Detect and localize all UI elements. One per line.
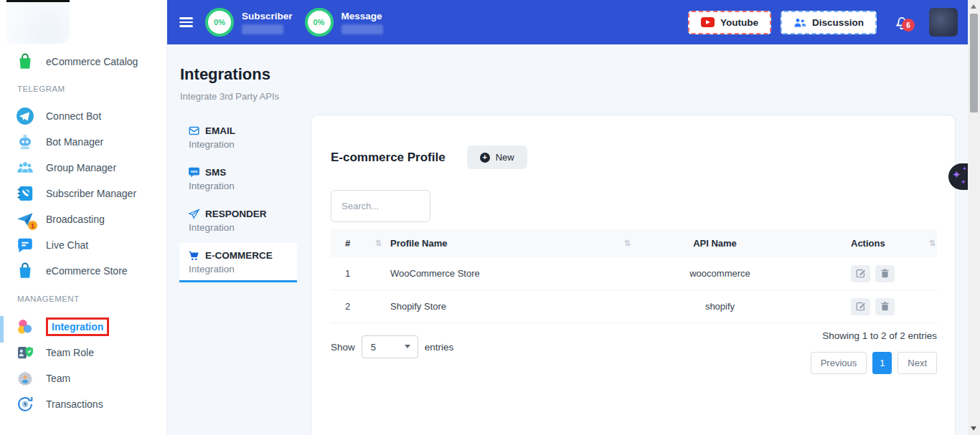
- row-number: 1: [331, 268, 383, 279]
- sidebar-item-bot-manager[interactable]: Bot Manager: [0, 129, 166, 155]
- table-header-row: # ⇅ Profile Name ⇅ API Name Actions ⇅: [331, 229, 937, 257]
- profile-name: Shopify Store: [383, 301, 632, 312]
- sidebar-item-team-role[interactable]: Team Role: [0, 340, 166, 365]
- subnav-ecommerce-integration[interactable]: E-COMMERCE Integration: [179, 243, 297, 282]
- sort-icon: ⇅: [929, 239, 936, 248]
- transactions-history-icon: [16, 395, 34, 414]
- app-logo: [6, 2, 70, 44]
- subnav-email-integration[interactable]: EMAIL Integration: [179, 118, 297, 156]
- integration-circles-icon: [16, 317, 34, 336]
- table-row: 2 Shopify Store shopify: [331, 290, 937, 323]
- integration-subnav: EMAIL Integration SMS SMS Integration RE…: [179, 118, 297, 287]
- current-page-button[interactable]: 1: [872, 352, 892, 374]
- scrollbar-thumb[interactable]: [970, 14, 978, 113]
- sidebar-item-label: eCommerce Store: [46, 265, 128, 277]
- sidebar-item-label: Connect Bot: [46, 110, 101, 122]
- row-number: 2: [331, 301, 383, 312]
- page-size-group: Show 5 entries: [331, 335, 453, 358]
- sidebar-section-telegram: TELEGRAM: [0, 75, 166, 103]
- broadcast-count-badge: 1: [28, 221, 37, 230]
- profile-name: WooCommerce Store: [383, 268, 632, 279]
- edit-button[interactable]: [851, 298, 870, 315]
- sparkle-icon: ✦: [952, 168, 961, 181]
- sidebar-item-label: eCommerce Catalog: [46, 56, 138, 67]
- group-users-icon: [16, 158, 34, 177]
- sidebar-item-subscriber-manager[interactable]: Subscriber Manager: [0, 181, 166, 206]
- sort-icon: ⇅: [624, 239, 631, 248]
- sidebar-item-group-manager[interactable]: Group Manager: [0, 155, 166, 181]
- page-size-select[interactable]: 5: [362, 335, 418, 358]
- new-button-label: New: [496, 152, 514, 163]
- assistant-fab-button[interactable]: ✦ ✦ ✦: [948, 163, 970, 190]
- subscriber-stat-value-redacted: [242, 24, 283, 34]
- edit-button[interactable]: [851, 265, 870, 282]
- previous-page-button[interactable]: Previous: [811, 352, 867, 374]
- id-badge-shield-icon: [16, 343, 34, 362]
- youtube-button[interactable]: Youtube: [688, 11, 771, 34]
- shopping-bag-green-icon: [16, 52, 34, 71]
- sidebar-item-live-chat[interactable]: Live Chat: [0, 232, 166, 258]
- telegram-icon: [16, 107, 34, 125]
- cart-icon: [188, 249, 200, 262]
- sidebar-nav: eCommerce Catalog TELEGRAM Connect Bot B…: [0, 0, 166, 417]
- sidebar: eCommerce Catalog TELEGRAM Connect Bot B…: [0, 0, 167, 435]
- sidebar-item-transactions[interactable]: Transactions: [0, 391, 166, 417]
- subnav-item-title: SMS: [205, 167, 226, 178]
- sidebar-item-label: Bot Manager: [46, 136, 103, 148]
- message-stat-label: Message: [341, 11, 383, 21]
- sidebar-item-integration[interactable]: Integration: [0, 314, 166, 340]
- api-name: shopify: [632, 301, 808, 312]
- subnav-item-subtitle: Integration: [189, 222, 288, 233]
- column-header-actions[interactable]: Actions ⇅: [808, 238, 937, 249]
- column-header-num[interactable]: # ⇅: [331, 238, 383, 249]
- notification-bell[interactable]: 6: [893, 14, 910, 31]
- gear-person-icon: [16, 369, 34, 388]
- message-progress-ring: 0%: [305, 8, 334, 37]
- sidebar-item-label: Team: [46, 373, 70, 384]
- sidebar-item-team[interactable]: Team: [0, 365, 166, 391]
- sidebar-item-connect-bot[interactable]: Connect Bot: [0, 103, 166, 129]
- subnav-item-title: E-COMMERCE: [205, 250, 273, 261]
- discussion-button[interactable]: Discussion: [781, 11, 877, 34]
- sidebar-item-label: Team Role: [46, 347, 94, 358]
- sidebar-item-label: Transactions: [46, 398, 103, 410]
- sidebar-item-label: Live Chat: [46, 239, 88, 251]
- subnav-item-title: EMAIL: [205, 125, 235, 136]
- sidebar-item-ecommerce-catalog[interactable]: eCommerce Catalog: [0, 49, 166, 75]
- entries-summary: Showing 1 to 2 of 2 entries: [822, 330, 937, 341]
- sidebar-item-label: Integration: [52, 321, 103, 333]
- subnav-sms-integration[interactable]: SMS SMS Integration: [179, 160, 297, 197]
- youtube-button-label: Youtube: [720, 17, 758, 28]
- vertical-scrollbar[interactable]: [968, 0, 980, 435]
- sidebar-item-broadcasting[interactable]: 1 Broadcasting: [0, 206, 166, 232]
- hamburger-menu-icon[interactable]: [179, 17, 193, 27]
- api-name: woocommerce: [632, 268, 808, 279]
- next-page-button[interactable]: Next: [897, 352, 937, 374]
- column-header-api-name[interactable]: API Name: [632, 238, 808, 249]
- svg-text:SMS: SMS: [191, 170, 198, 173]
- scroll-up-arrow[interactable]: [971, 4, 976, 9]
- subscriber-progress-ring: 0%: [205, 8, 234, 37]
- sidebar-item-label: Broadcasting: [46, 214, 105, 225]
- message-stat-value-redacted: [341, 24, 383, 34]
- delete-button[interactable]: [875, 265, 895, 282]
- robot-icon: [16, 133, 34, 151]
- trash-icon: [880, 268, 890, 279]
- page-title: Integrations: [180, 65, 270, 84]
- discussion-button-label: Discussion: [812, 17, 864, 28]
- new-profile-button[interactable]: + New: [467, 145, 527, 169]
- subnav-item-subtitle: Integration: [189, 139, 288, 150]
- plus-circle-icon: +: [480, 153, 490, 163]
- discussion-people-icon: [793, 17, 806, 28]
- sidebar-item-ecommerce-store[interactable]: eCommerce Store: [0, 258, 166, 284]
- sidebar-section-management: MANAGEMENT: [0, 284, 166, 314]
- search-input[interactable]: [331, 190, 430, 222]
- row-actions: [808, 265, 937, 282]
- column-header-profile-name[interactable]: Profile Name ⇅: [383, 238, 632, 249]
- user-avatar[interactable]: [929, 8, 958, 37]
- scroll-down-arrow[interactable]: [971, 426, 976, 431]
- table-footer: Show 5 entries Showing 1 to 2 of 2 entri…: [331, 330, 937, 374]
- sparkle-icon: ✦: [962, 166, 967, 172]
- subnav-responder-integration[interactable]: RESPONDER Integration: [179, 201, 297, 239]
- delete-button[interactable]: [875, 298, 895, 315]
